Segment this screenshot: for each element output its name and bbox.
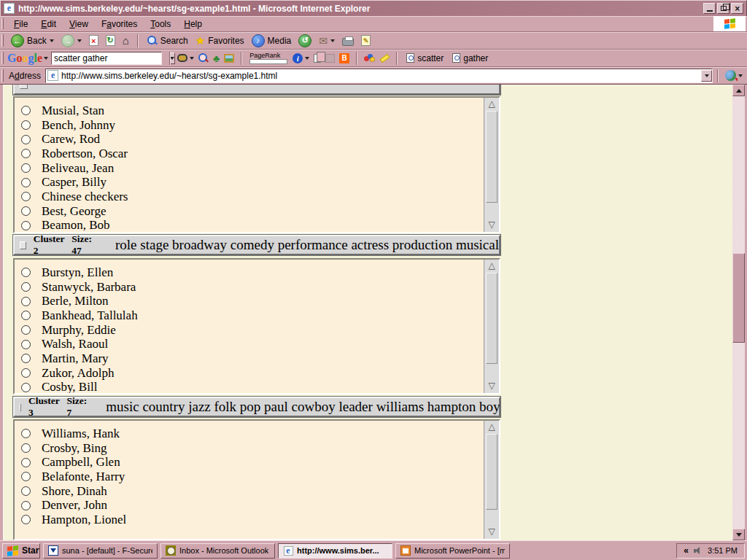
restore-button[interactable] [717, 3, 729, 14]
cluster-3-header[interactable]: Cluster 3 Size: 7 music country jazz fol… [13, 397, 500, 417]
back-dropdown-icon[interactable] [50, 39, 54, 42]
highlight-button[interactable] [364, 54, 376, 63]
scroll-up-icon[interactable]: △ [484, 260, 499, 272]
pagerank-indicator[interactable]: PageRank [249, 52, 287, 64]
radio-button[interactable] [21, 368, 31, 378]
list-item[interactable]: Musial, Stan [21, 104, 499, 118]
menu-edit[interactable]: Edit [34, 17, 63, 31]
word-find-gather-button[interactable]: gather [448, 52, 492, 65]
radio-button[interactable] [21, 458, 31, 467]
highlighter-button[interactable] [380, 56, 390, 61]
home-button[interactable]: ⌂ [119, 34, 133, 47]
menu-file[interactable]: File [7, 17, 34, 31]
page-info-button[interactable]: i [293, 53, 309, 63]
radio-button[interactable] [21, 268, 31, 277]
menu-help[interactable]: Help [177, 17, 209, 31]
menu-favorites[interactable]: Favorites [95, 17, 144, 31]
forward-dropdown-icon[interactable] [77, 39, 82, 42]
list-item[interactable]: Carew, Rod [21, 132, 499, 147]
start-button[interactable]: Start [2, 543, 40, 559]
back-button[interactable]: ← Back [7, 33, 58, 49]
google-search-input[interactable] [52, 52, 169, 64]
menu-view[interactable]: View [63, 17, 95, 31]
list-item[interactable]: Best, George [21, 204, 499, 219]
scroll-down-icon[interactable]: ▽ [484, 526, 499, 538]
task-outlook-inbox[interactable]: Inbox - Microsoft Outlook [160, 543, 275, 559]
task-powerpoint[interactable]: Microsoft PowerPoint - [m... [395, 543, 510, 559]
addressbar-extension-button[interactable] [725, 70, 743, 81]
cluster-2-header[interactable]: Cluster 2 Size: 47 role stage broadway c… [13, 235, 500, 255]
forward-button[interactable]: → [58, 33, 85, 49]
radio-button[interactable] [21, 282, 31, 292]
list-item[interactable]: Stanwyck, Barbara [21, 280, 499, 295]
list-item[interactable]: Shore, Dinah [21, 484, 499, 499]
google-logo[interactable]: Google [7, 52, 42, 65]
radio-button[interactable] [21, 297, 31, 306]
cluster-checkbox[interactable] [20, 241, 26, 249]
radio-button[interactable] [21, 325, 31, 335]
edit-button[interactable]: ✎ [357, 34, 374, 47]
radio-button[interactable] [21, 340, 31, 349]
radio-button[interactable] [21, 443, 31, 453]
media-button[interactable]: ♪ Media [248, 33, 295, 49]
cluster-checkbox[interactable] [20, 403, 21, 411]
cached-page-button[interactable] [314, 54, 321, 63]
cluster-checkbox[interactable] [20, 85, 28, 89]
image-search-button[interactable] [224, 54, 234, 63]
radio-button[interactable] [21, 120, 31, 130]
search-web-dropdown-icon[interactable] [190, 57, 194, 60]
close-button[interactable]: × [731, 3, 743, 14]
scroll-down-icon[interactable]: ▽ [484, 219, 499, 231]
list-item[interactable]: Denver, John [21, 498, 499, 513]
scroll-down-icon[interactable]: ▽ [484, 381, 499, 392]
page-scroll-up-button[interactable] [732, 85, 745, 96]
list-item[interactable]: Casper, Billy [21, 175, 499, 190]
radio-button[interactable] [21, 515, 31, 524]
list-item[interactable]: Hampton, Lionel [21, 513, 499, 527]
radio-button[interactable] [21, 163, 31, 173]
favorites-button[interactable]: ★ Favorites [192, 34, 248, 47]
cluster-1-header-partial[interactable] [13, 85, 500, 95]
list-item[interactable]: Williams, Hank [21, 427, 499, 441]
scroll-thumb[interactable] [486, 434, 498, 510]
google-logo-dropdown-icon[interactable] [44, 57, 48, 60]
list-item[interactable]: Berle, Milton [21, 294, 499, 308]
radio-button[interactable] [21, 472, 31, 481]
list-item[interactable]: Beamon, Bob [21, 219, 499, 233]
radio-button[interactable] [21, 178, 31, 187]
list-scrollbar[interactable]: △ ▽ [484, 260, 499, 393]
stop-button[interactable]: × [85, 34, 102, 47]
radio-button[interactable] [21, 106, 31, 115]
scroll-thumb[interactable] [486, 111, 498, 203]
extension-dropdown-icon[interactable] [738, 74, 743, 77]
list-item[interactable]: Bench, Johnny [21, 118, 499, 133]
search-web-button[interactable] [177, 54, 194, 62]
toolbar-grip[interactable] [1, 18, 4, 29]
radio-button[interactable] [21, 311, 31, 320]
radio-button[interactable] [21, 429, 31, 438]
volume-icon[interactable] [694, 547, 703, 555]
radio-button[interactable] [21, 221, 31, 230]
list-item[interactable]: Bankhead, Tallulah [21, 308, 499, 323]
list-item[interactable]: Robertson, Oscar [21, 147, 499, 161]
mail-button[interactable]: ✉ [315, 34, 338, 47]
radio-button[interactable] [21, 206, 31, 216]
word-find-scatter-button[interactable]: scatter [402, 52, 448, 65]
list-item[interactable]: Belafonte, Harry [21, 470, 499, 484]
list-scrollbar[interactable]: △ ▽ [484, 421, 499, 539]
tray-chevron[interactable]: « [684, 545, 689, 556]
toolbar-grip[interactable] [1, 52, 4, 63]
radio-button[interactable] [21, 354, 31, 363]
list-item[interactable]: Cosby, Bill [21, 381, 499, 395]
page-scroll-down-button[interactable] [732, 529, 745, 540]
address-dropdown[interactable] [701, 70, 712, 82]
list-item[interactable]: Walsh, Raoul [21, 337, 499, 351]
list-item[interactable]: Campbell, Glen [21, 455, 499, 470]
radio-button[interactable] [21, 192, 31, 201]
toolbar-grip[interactable] [1, 69, 4, 81]
history-button[interactable]: ↺ [295, 33, 315, 49]
radio-button[interactable] [21, 486, 31, 496]
list-item[interactable]: Chinese checkers [21, 190, 499, 204]
task-fsecure[interactable]: suna - [default] - F-Secure... [43, 543, 158, 559]
list-scrollbar[interactable]: △ ▽ [484, 98, 499, 232]
